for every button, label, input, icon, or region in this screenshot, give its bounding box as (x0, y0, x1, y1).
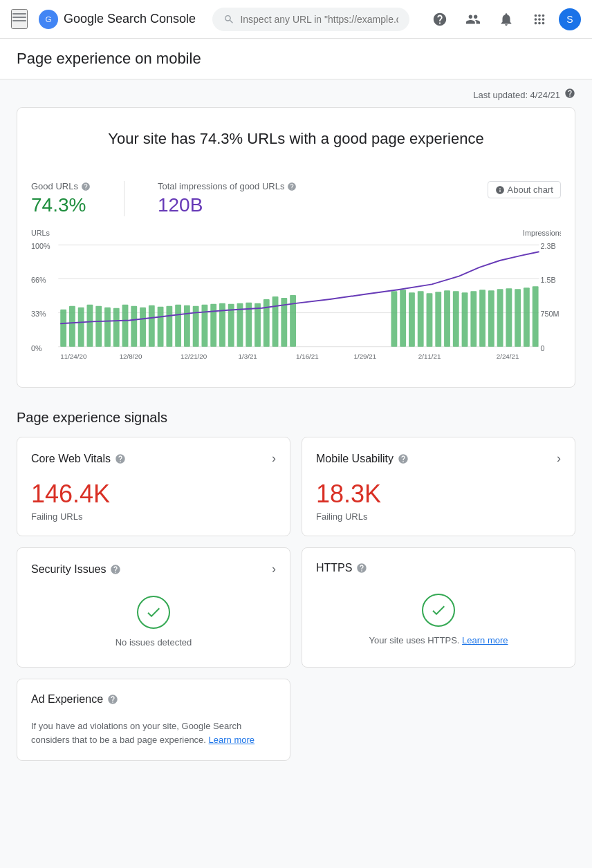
ad-experience-help-icon[interactable] (107, 694, 118, 705)
svg-text:2.3B: 2.3B (541, 242, 556, 250)
https-learn-more-link[interactable]: Learn more (462, 635, 508, 645)
mobile-usability-value-label: Failing URLs (316, 511, 561, 522)
mobile-usability-header: Mobile Usability › (316, 451, 561, 466)
manage-users-button[interactable] (459, 6, 487, 33)
last-updated-help-icon[interactable] (564, 88, 575, 102)
about-chart-button[interactable]: About chart (488, 181, 562, 198)
security-issues-title: Security Issues (31, 563, 121, 576)
menu-icon[interactable] (11, 9, 28, 29)
core-web-vitals-header: Core Web Vitals › (31, 451, 276, 466)
svg-rect-50 (427, 293, 433, 347)
svg-text:750M: 750M (541, 310, 559, 318)
last-updated-text: Last updated: 4/24/21 (473, 90, 560, 100)
mobile-usability-chevron: › (557, 451, 561, 466)
security-issues-check-icon (137, 596, 170, 629)
good-urls-help-icon[interactable] (81, 182, 91, 191)
about-chart-icon (495, 185, 505, 195)
search-icon (223, 13, 234, 26)
notifications-button[interactable] (492, 6, 520, 33)
svg-rect-55 (470, 291, 477, 347)
svg-text:1/29/21: 1/29/21 (353, 352, 376, 360)
https-header: HTTPS (316, 562, 561, 574)
last-updated-bar: Last updated: 4/24/21 (17, 79, 575, 107)
ad-experience-card[interactable]: Ad Experience If you have ad violations … (17, 679, 290, 761)
core-web-vitals-card[interactable]: Core Web Vitals › 146.4K Failing URLs (17, 437, 290, 536)
svg-rect-19 (60, 310, 66, 347)
svg-rect-36 (210, 304, 216, 347)
logo-text: Google Search Console (64, 12, 196, 26)
ad-experience-learn-more-link[interactable]: Learn more (209, 735, 255, 745)
security-issues-help-icon[interactable] (110, 564, 121, 575)
core-web-vitals-value: 146.4K (31, 480, 276, 509)
svg-rect-27 (131, 306, 137, 347)
https-title: HTTPS (316, 562, 367, 574)
search-bar[interactable] (212, 8, 409, 31)
svg-rect-43 (272, 296, 279, 347)
good-urls-label: Good URLs (31, 181, 91, 191)
svg-text:1/3/21: 1/3/21 (239, 352, 257, 360)
svg-rect-32 (175, 305, 181, 347)
ad-experience-description: If you have ad violations on your site, … (31, 719, 276, 746)
svg-rect-48 (409, 292, 415, 347)
header-actions: S (426, 6, 581, 33)
svg-rect-2 (12, 20, 26, 21)
svg-rect-51 (435, 292, 441, 347)
signals-grid: Core Web Vitals › 146.4K Failing URLs Mo… (17, 437, 575, 761)
mobile-usability-title: Mobile Usability (316, 453, 409, 465)
svg-rect-24 (104, 308, 111, 347)
svg-rect-29 (149, 305, 155, 347)
svg-rect-31 (166, 306, 172, 347)
hero-title: Your site has 74.3% URLs with a good pag… (31, 130, 561, 148)
page-title-bar: Page experience on mobile (0, 39, 592, 79)
https-check-area: Your site uses HTTPS. Learn more (316, 588, 561, 651)
content-area: Last updated: 4/24/21 Your site has 74.3… (0, 79, 592, 789)
svg-rect-61 (524, 287, 530, 346)
help-button[interactable] (426, 6, 454, 33)
chart-container: URLs 100% 66% 33% 0% 2.3B 1.5B 750M 0 Im… (31, 222, 561, 376)
svg-text:URLs: URLs (31, 229, 50, 237)
svg-rect-33 (184, 305, 190, 347)
svg-text:2/11/21: 2/11/21 (418, 352, 441, 360)
good-urls-metric: Good URLs 74.3% (31, 181, 91, 216)
logo: G Google Search Console (39, 10, 196, 29)
apps-button[interactable] (526, 6, 553, 33)
svg-rect-22 (87, 305, 93, 347)
https-help-icon[interactable] (356, 563, 367, 574)
svg-rect-0 (12, 13, 26, 15)
svg-rect-56 (479, 290, 485, 346)
https-ok-text: Your site uses HTTPS. Learn more (369, 635, 508, 645)
core-web-vitals-help-icon[interactable] (115, 453, 126, 464)
https-card[interactable]: HTTPS Your site uses HTTPS. Learn more (302, 547, 575, 668)
core-web-vitals-value-label: Failing URLs (31, 511, 276, 522)
impressions-help-icon[interactable] (287, 182, 297, 191)
svg-rect-58 (497, 289, 503, 346)
avatar[interactable]: S (559, 8, 581, 30)
svg-text:0: 0 (541, 344, 545, 352)
chart-card: Your site has 74.3% URLs with a good pag… (17, 107, 575, 388)
impressions-value: 120B (158, 194, 297, 216)
https-check-icon (422, 594, 455, 627)
svg-text:12/21/20: 12/21/20 (181, 352, 207, 360)
security-issues-card[interactable]: Security Issues › No issues detected (17, 547, 290, 668)
ad-experience-header: Ad Experience (31, 693, 276, 706)
svg-text:12/8/20: 12/8/20 (120, 352, 142, 360)
security-issues-ok-text: No issues detected (115, 637, 192, 648)
svg-rect-21 (78, 308, 84, 347)
svg-rect-62 (533, 286, 539, 346)
mobile-usability-card[interactable]: Mobile Usability › 18.3K Failing URLs (302, 437, 575, 536)
core-web-vitals-title: Core Web Vitals (31, 453, 126, 465)
signals-heading: Page experience signals (17, 410, 575, 426)
svg-text:66%: 66% (31, 276, 46, 284)
svg-rect-35 (201, 305, 207, 347)
page-title: Page experience on mobile (17, 50, 575, 68)
good-urls-value: 74.3% (31, 194, 91, 216)
security-issues-chevron: › (272, 562, 276, 576)
search-input[interactable] (240, 14, 398, 25)
mobile-usability-help-icon[interactable] (398, 453, 409, 464)
svg-rect-54 (462, 292, 468, 347)
chart-header: Good URLs 74.3% Total impressions of goo… (31, 181, 561, 216)
svg-rect-59 (506, 288, 512, 346)
svg-text:100%: 100% (31, 242, 50, 250)
security-issues-header: Security Issues › (31, 562, 276, 576)
chart-svg: URLs 100% 66% 33% 0% 2.3B 1.5B 750M 0 Im… (31, 222, 561, 374)
